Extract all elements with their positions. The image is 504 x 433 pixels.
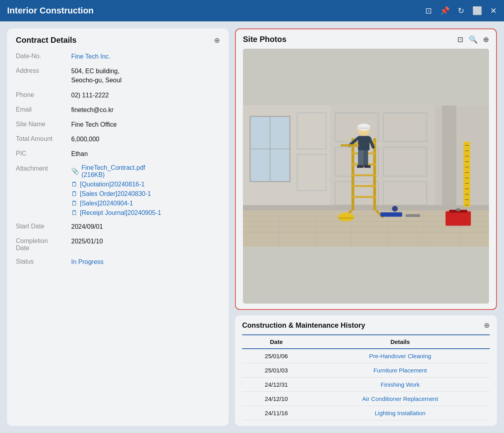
site-photos-header: Site Photos ⊡ 🔍 ⊕ [243,35,489,44]
history-date: 24/11/16 [242,406,311,420]
svg-rect-40 [351,174,376,176]
col-details: Details [311,335,490,349]
title-bar: Interior Construction ⊡ 📌 ↻ ⬜ ✕ [0,0,504,21]
pic-label: PIC [16,149,71,157]
pin-icon[interactable]: 📌 [440,6,450,15]
col-date: Date [242,335,311,349]
svg-rect-56 [464,142,470,207]
history-table: Date Details 25/01/06Pre-Handover Cleani… [242,334,490,420]
site-photos-title: Site Photos [243,35,286,44]
history-detail[interactable]: Pre-Handover Cleaning [311,349,490,363]
contract-details-panel: Contract Details ⊕ Date-No. Fine Tech In… [7,28,229,426]
site-photos-card: Site Photos ⊡ 🔍 ⊕ [235,28,497,310]
attachment-label: Attachment [16,164,71,172]
construction-scene-svg [243,49,489,304]
start-date-value: 2024/09/01 [71,222,220,231]
svg-rect-55 [341,144,359,146]
status-value: In Progress [71,257,220,266]
attachment-sales[interactable]: 🗒 [Sales]20240904-1 [71,200,220,207]
table-row: 24/12/31Finishing Work [242,378,490,392]
history-detail[interactable]: Lighting Installation [311,406,490,420]
email-label: Email [16,105,71,113]
total-amount-label: Total Amount [16,135,71,142]
phone-value: 02) 111-2222 [71,91,220,100]
expand-icon[interactable]: ⬜ [472,6,482,15]
move-icon[interactable]: ⊕ [214,36,220,45]
refresh-icon[interactable]: ↻ [458,6,464,15]
history-detail[interactable]: Furniture Placement [311,363,490,378]
move-icon[interactable]: ⊕ [483,35,489,44]
email-value: finetech@co.kr [71,105,220,114]
svg-rect-33 [442,106,457,211]
date-no-value: Fine Tech Inc. [71,52,220,61]
address-value: 504, EC building,Seocho-gu, Seoul [71,66,220,85]
site-photo [243,49,489,304]
date-no-label: Date-No. [16,52,71,60]
status-label: Status [16,257,71,265]
svg-rect-34 [243,205,489,211]
pic-value: Ethan [71,149,220,158]
site-name-label: Site Name [16,120,71,128]
doc-icon-4: 🗒 [71,209,78,216]
completion-date-value: 2025/01/10 [71,237,220,246]
svg-rect-48 [358,136,369,150]
svg-rect-21 [330,106,435,211]
svg-rect-76 [338,217,354,219]
svg-rect-52 [363,150,368,167]
svg-rect-42 [351,196,376,198]
table-row: 25/01/06Pre-Handover Cleaning [242,349,490,363]
attachment-sales-order[interactable]: 🗒 [Sales Order]20240830-1 [71,190,220,198]
svg-rect-54 [364,165,370,168]
svg-rect-74 [406,214,421,217]
table-row: 25/01/03Furniture Placement [242,363,490,378]
history-date: 24/12/31 [242,378,311,392]
title-bar-icons: ⊡ 📌 ↻ ⬜ ✕ [425,6,497,15]
contract-panel-title: Contract Details [16,36,76,45]
svg-rect-47 [357,127,370,129]
external-link-icon[interactable]: ⊡ [457,35,463,44]
svg-rect-51 [358,150,363,167]
history-card: Construction & Maintenance History ⊕ Dat… [235,315,497,426]
close-icon[interactable]: ✕ [490,6,497,15]
doc-icon-1: 🗒 [71,181,78,188]
completion-date-label: CompletionDate [16,237,71,252]
photo-icons: ⊡ 🔍 ⊕ [457,35,489,44]
attachment-quotation[interactable]: 🗒 [Quotation]20240816-1 [71,181,220,188]
doc-icon-3: 🗒 [71,200,78,207]
attachment-sales-name: [Sales]20240904-1 [80,200,133,207]
app-title: Interior Construction [7,6,425,16]
attachment-receipt-name: [Receipt Journal]20240905-1 [80,209,161,216]
total-amount-value: 6,000,000 [71,135,220,144]
paperclip-icon: 📎 [71,167,79,175]
phone-label: Phone [16,91,71,99]
details-table: Date-No. Fine Tech Inc. Address 504, EC … [16,52,220,266]
start-date-label: Start Date [16,222,71,230]
attachment-sales-order-name: [Sales Order]20240830-1 [80,190,151,198]
svg-rect-53 [357,165,363,168]
contract-panel-header: Contract Details ⊕ [16,36,220,45]
right-panel: Site Photos ⊡ 🔍 ⊕ [235,28,497,426]
attachment-contract[interactable]: 📎 FineTech_Contract.pdf(216KB) [71,164,220,179]
history-date: 25/01/06 [242,349,311,363]
search-icon[interactable]: 🔍 [469,35,477,44]
main-content: Contract Details ⊕ Date-No. Fine Tech In… [0,21,504,433]
external-link-icon[interactable]: ⊡ [425,6,432,15]
history-detail[interactable]: Finishing Work [311,378,490,392]
attachment-group: 📎 FineTech_Contract.pdf(216KB) 🗒 [Quotat… [71,164,220,216]
history-date: 25/01/03 [242,363,311,378]
history-title: Construction & Maintenance History [242,321,365,330]
svg-rect-71 [457,208,460,211]
attachment-quotation-name: [Quotation]20240816-1 [80,181,145,188]
attachment-receipt[interactable]: 🗒 [Receipt Journal]20240905-1 [71,209,220,216]
history-detail[interactable]: Air Conditioner Replacement [311,392,490,406]
svg-rect-69 [445,211,471,226]
history-header: Construction & Maintenance History ⊕ [242,321,490,330]
table-row: 24/12/10Air Conditioner Replacement [242,392,490,406]
address-label: Address [16,66,71,74]
svg-point-73 [392,206,398,212]
table-row: 24/11/16Lighting Installation [242,406,490,420]
history-date: 24/12/10 [242,392,311,406]
history-move-icon[interactable]: ⊕ [484,321,490,330]
doc-icon-2: 🗒 [71,190,78,198]
svg-rect-41 [351,185,376,187]
